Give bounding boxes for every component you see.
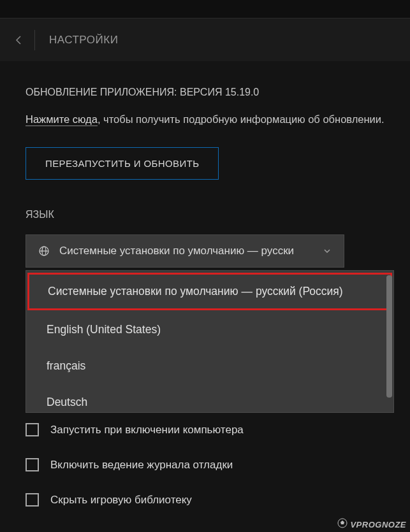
globe-icon [39,246,49,256]
checkbox-list: Запустить при включении компьютера Включ… [26,423,384,507]
app-version-text: ОБНОВЛЕНИЕ ПРИЛОЖЕНИЯ: ВЕРСИЯ 15.19.0 [26,87,384,98]
page-header: НАСТРОЙКИ [0,18,410,61]
checkbox-label: Запустить при включении компьютера [50,424,244,436]
checkbox-label: Включить ведение журнала отладки [50,459,233,471]
language-selected-text: Системные установки по умолчанию — русск… [59,245,318,257]
checkbox-box [26,458,39,471]
checkbox-box [26,493,39,507]
svg-marker-4 [340,521,344,524]
language-section-label: ЯЗЫК [26,209,384,220]
chevron-left-icon [15,35,22,45]
checkbox-box [26,423,39,436]
update-info-rest: , чтобы получить подробную информацию об… [98,113,384,125]
language-select: Системные установки по умолчанию — русск… [26,234,344,268]
restart-update-button[interactable]: ПЕРЕЗАПУСТИТЬ И ОБНОВИТЬ [26,147,219,180]
chevron-down-icon [323,248,331,254]
dropdown-scrollbar[interactable] [386,275,392,398]
language-option-deutsch[interactable]: Deutsch [26,384,393,412]
checkbox-hide-library[interactable]: Скрыть игровую библиотеку [26,493,384,507]
checkbox-debug-log[interactable]: Включить ведение журнала отладки [26,458,384,471]
header-divider [34,30,35,50]
update-info-text: Нажмите сюда, чтобы получить подробную и… [26,112,384,127]
language-dropdown: Системные установки по умолчанию — русск… [26,270,394,413]
checkbox-startup[interactable]: Запустить при включении компьютера [26,423,384,436]
language-select-bar[interactable]: Системные установки по умолчанию — русск… [26,234,344,268]
window-topbar [0,0,410,18]
update-info-link[interactable]: Нажмите сюда [26,113,98,126]
page-title: НАСТРОЙКИ [49,34,118,47]
checkbox-label: Скрыть игровую библиотеку [50,494,192,507]
back-button[interactable] [13,34,24,46]
watermark-text: VPROGNOZE [350,520,406,529]
language-option-system-default[interactable]: Системные установки по умолчанию — русск… [27,273,392,310]
soccer-ball-icon [337,518,348,531]
language-option-english[interactable]: English (United States) [26,312,393,348]
watermark: VPROGNOZE [337,518,406,531]
content-area: ОБНОВЛЕНИЕ ПРИЛОЖЕНИЯ: ВЕРСИЯ 15.19.0 На… [0,61,410,532]
language-option-francais[interactable]: français [26,348,393,384]
